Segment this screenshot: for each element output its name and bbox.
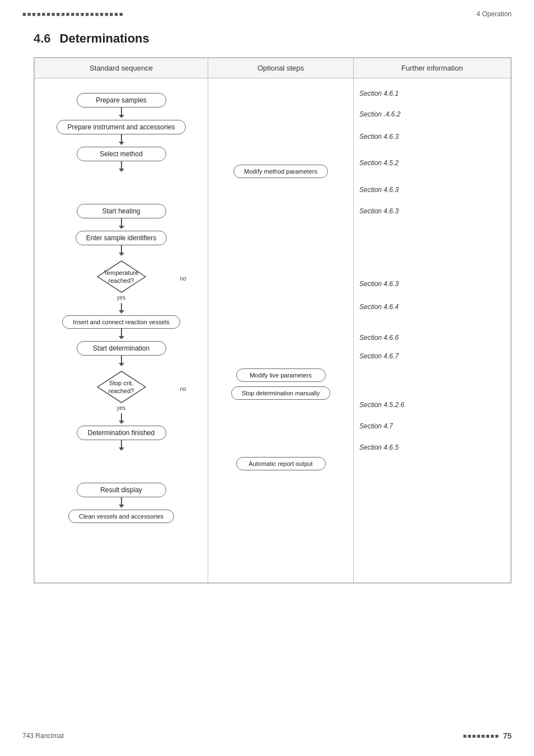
arrow-5 xyxy=(121,245,122,253)
footer-page-number: ■■■■■■■■ 75 xyxy=(463,731,512,740)
step-automatic-report: Automatic report output xyxy=(236,457,326,470)
stop-yes-label: yes xyxy=(117,405,126,411)
flow-table: Standard sequence Optional steps Further… xyxy=(34,57,512,584)
step-start-determination: Start determination xyxy=(77,341,166,356)
step-start-heating: Start heating xyxy=(77,204,166,218)
ref-select-method: Section 4.6.3 xyxy=(359,130,399,143)
temp-yes-label: yes xyxy=(117,295,126,301)
col3-header: Further information xyxy=(354,58,510,78)
arrow-1 xyxy=(121,108,122,115)
step-prepare-instrument: Prepare instrument and accessories xyxy=(57,120,185,134)
ref-insert-connect: Section 4.6.3 xyxy=(359,278,399,290)
col-standard: Prepare samples Prepare instrument and a… xyxy=(35,78,208,582)
col2-header: Optional steps xyxy=(208,58,354,78)
section-title: 4.6Determinations xyxy=(34,31,149,45)
ref-prepare-samples: Section 4.6.1 xyxy=(359,87,399,100)
standard-flow: Prepare samples Prepare instrument and a… xyxy=(40,85,202,531)
ref-modify-live: Section 4.6.6 xyxy=(359,332,399,344)
arrow-4 xyxy=(121,218,122,226)
arrow-6 xyxy=(121,303,122,311)
step-insert-connect: Insert and connect reaction vessels xyxy=(62,315,180,329)
footer-dots: ■■■■■■■■ xyxy=(463,732,499,739)
header-dots: ■■■■■■■■■■■■■■■■■■■■■ xyxy=(22,11,124,17)
step-modify-method: Modify method parameters xyxy=(233,165,328,178)
ref-prepare-instrument: Section .4.6.2 xyxy=(359,108,400,120)
step-prepare-samples: Prepare samples xyxy=(77,93,166,108)
ref-start-determination: Section 4.6.4 xyxy=(359,301,399,313)
ref-automatic-report: Section 4.5.2.6 xyxy=(359,399,404,411)
ref-clean-vessels: Section 4.6.5 xyxy=(359,441,399,454)
ref-enter-sample: Section 4.6.3 xyxy=(359,205,399,217)
step-select-method: Select method xyxy=(77,147,166,161)
footer-page-num: 75 xyxy=(503,731,512,740)
decision-temp: Temperature reached? no yes xyxy=(77,260,166,301)
page-header: ■■■■■■■■■■■■■■■■■■■■■ 4 Operation xyxy=(0,0,534,24)
arrow-3 xyxy=(121,161,122,169)
info-refs: Section 4.6.1 Section .4.6.2 Section 4.6… xyxy=(359,85,505,458)
table-header-row: Standard sequence Optional steps Further… xyxy=(35,58,510,78)
footer-left: 743 Rancimat xyxy=(22,732,64,740)
flow-body: Prepare samples Prepare instrument and a… xyxy=(35,78,510,582)
arrow-7 xyxy=(121,329,122,337)
arrow-2 xyxy=(121,134,122,142)
header-section: 4 Operation xyxy=(476,10,512,18)
decision-stop: Stop crit. reached? no yes xyxy=(77,370,166,411)
ref-modify-method: Section 4.5.2 xyxy=(359,157,399,169)
step-result-display: Result display xyxy=(77,483,166,497)
main-content: 4.6Determinations Standard sequence Opti… xyxy=(0,24,534,606)
col1-header: Standard sequence xyxy=(35,58,208,78)
step-modify-live: Modify live parameters xyxy=(236,368,326,382)
step-stop-manually: Stop determination manually xyxy=(231,386,330,400)
arrow-11 xyxy=(121,497,122,505)
temp-no-label: no xyxy=(180,276,186,282)
col-info: Section 4.6.1 Section .4.6.2 Section 4.6… xyxy=(354,78,510,582)
arrow-10 xyxy=(121,440,122,448)
section-number: 4.6 xyxy=(34,31,51,45)
optional-flow: Modify method parameters Modify live par… xyxy=(214,85,348,470)
step-enter-sample: Enter sample identifiers xyxy=(76,231,167,245)
ref-stop-manually: Section 4.6.7 xyxy=(359,350,399,362)
arrow-9 xyxy=(121,413,122,421)
stop-no-label: no xyxy=(180,386,186,392)
arrow-8 xyxy=(121,356,122,363)
page-footer: 743 Rancimat ■■■■■■■■ 75 xyxy=(0,731,534,740)
ref-start-heating: Section 4.6.3 xyxy=(359,184,399,196)
col-optional: Modify method parameters Modify live par… xyxy=(208,78,354,582)
step-clean-vessels: Clean vessels and accessories xyxy=(68,510,174,523)
ref-result-display: Section 4.7 xyxy=(359,420,393,432)
step-determination-finished: Determination finished xyxy=(77,426,166,440)
